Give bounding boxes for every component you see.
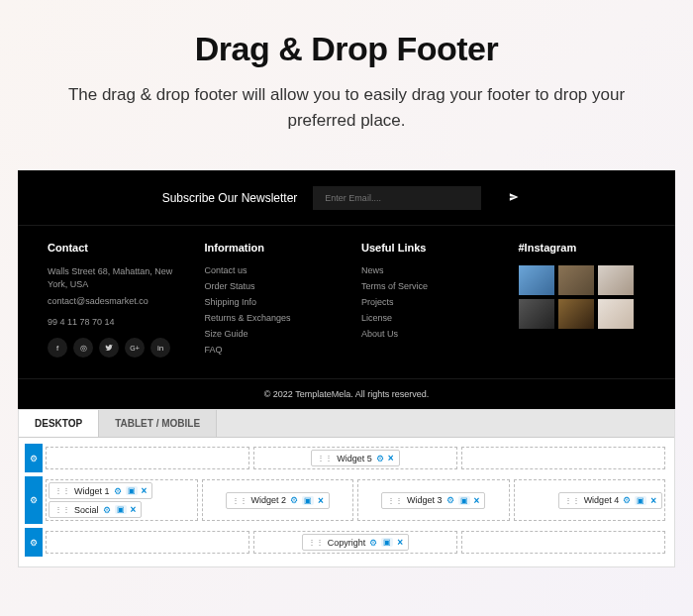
link-returns[interactable]: Returns & Exchanges xyxy=(205,313,333,323)
facebook-icon[interactable]: f xyxy=(48,338,67,358)
row-settings-button[interactable]: ⚙ xyxy=(25,528,43,557)
builder-row: ⚙ ⋮⋮ Copyright ⚙ ▣ × xyxy=(25,528,668,557)
drop-slot[interactable]: ⋮⋮ Widget 4 ⚙ ▣ × xyxy=(514,479,666,521)
link-size-guide[interactable]: Size Guide xyxy=(205,329,333,339)
drop-slot[interactable] xyxy=(46,447,249,469)
information-heading: Information xyxy=(205,242,333,254)
close-icon[interactable]: × xyxy=(131,504,137,515)
link-terms[interactable]: Terms of Service xyxy=(361,281,489,291)
contact-email: contact@sadesmarket.co xyxy=(48,295,175,308)
close-icon[interactable]: × xyxy=(474,495,480,506)
widget-label: Widget 3 xyxy=(407,495,443,505)
useful-heading: Useful Links xyxy=(361,242,489,254)
widget-block[interactable]: ⋮⋮ Widget 4 ⚙ ▣ × xyxy=(558,492,662,509)
duplicate-icon[interactable]: ▣ xyxy=(458,496,470,505)
drop-slot[interactable]: ⋮⋮ Widget 1 ⚙ ▣ × ⋮⋮ Social ⚙ ▣ × xyxy=(46,479,198,521)
duplicate-icon[interactable]: ▣ xyxy=(126,486,138,495)
instagram-thumb[interactable] xyxy=(519,265,554,295)
page-title: Drag & Drop Footer xyxy=(40,30,653,68)
drop-slot[interactable]: ⋮⋮ Widget 3 ⚙ ▣ × xyxy=(357,479,510,521)
close-icon[interactable]: × xyxy=(318,495,324,506)
builder-row: ⚙ ⋮⋮ Widget 5 ⚙ × xyxy=(25,444,668,472)
link-faq[interactable]: FAQ xyxy=(205,345,333,355)
footer-col-information: Information Contact us Order Status Ship… xyxy=(205,242,333,360)
drop-slot[interactable] xyxy=(461,531,665,554)
instagram-thumb[interactable] xyxy=(558,299,594,329)
close-icon[interactable]: × xyxy=(142,485,148,496)
drag-handle-icon: ⋮⋮ xyxy=(54,486,70,495)
widget-label: Copyright xyxy=(328,538,366,548)
instagram-thumb[interactable] xyxy=(558,265,594,295)
page-subtitle: The drag & drop footer will allow you to… xyxy=(40,82,653,133)
newsletter-bar: Subscribe Our Newsletter xyxy=(18,170,675,226)
google-plus-icon[interactable]: G+ xyxy=(125,338,145,358)
row-settings-button[interactable]: ⚙ xyxy=(25,476,43,524)
widget-block[interactable]: ⋮⋮ Widget 2 ⚙ ▣ × xyxy=(226,492,330,509)
gear-icon[interactable]: ⚙ xyxy=(623,495,631,505)
drag-handle-icon: ⋮⋮ xyxy=(564,496,580,505)
widget-block[interactable]: ⋮⋮ Copyright ⚙ ▣ × xyxy=(302,534,409,551)
gear-icon[interactable]: ⚙ xyxy=(114,486,122,496)
instagram-thumb[interactable] xyxy=(598,299,634,329)
duplicate-icon[interactable]: ▣ xyxy=(635,496,646,505)
duplicate-icon[interactable]: ▣ xyxy=(381,538,393,547)
drag-handle-icon: ⋮⋮ xyxy=(308,538,324,547)
drop-slot[interactable] xyxy=(46,531,249,554)
gear-icon[interactable]: ⚙ xyxy=(290,495,298,505)
close-icon[interactable]: × xyxy=(397,537,403,548)
tab-desktop[interactable]: DESKTOP xyxy=(19,410,99,437)
row-settings-button[interactable]: ⚙ xyxy=(25,444,43,472)
instagram-icon[interactable]: ◎ xyxy=(73,338,93,358)
tab-tablet-mobile[interactable]: TABLET / MOBILE xyxy=(99,410,217,437)
footer-col-useful: Useful Links News Terms of Service Proje… xyxy=(361,242,489,360)
drag-handle-icon: ⋮⋮ xyxy=(387,496,403,505)
gear-icon: ⚙ xyxy=(30,495,38,505)
contact-phone: 99 4 11 78 70 14 xyxy=(48,316,175,329)
widget-block[interactable]: ⋮⋮ Social ⚙ ▣ × xyxy=(49,501,142,518)
widget-label: Social xyxy=(74,505,99,515)
link-projects[interactable]: Projects xyxy=(361,297,489,307)
drop-slot[interactable]: ⋮⋮ Widget 2 ⚙ ▣ × xyxy=(202,479,354,521)
drop-slot[interactable]: ⋮⋮ Widget 5 ⚙ × xyxy=(253,447,457,469)
gear-icon: ⚙ xyxy=(30,454,38,463)
widget-label: Widget 4 xyxy=(584,495,620,505)
contact-heading: Contact xyxy=(48,242,175,254)
newsletter-label: Subscribe Our Newsletter xyxy=(162,191,298,205)
close-icon[interactable]: × xyxy=(650,495,656,506)
gear-icon[interactable]: ⚙ xyxy=(369,538,377,548)
newsletter-submit-button[interactable] xyxy=(497,184,531,211)
gear-icon[interactable]: ⚙ xyxy=(103,505,111,515)
instagram-heading: #Instagram xyxy=(519,242,646,254)
instagram-thumb[interactable] xyxy=(598,265,634,295)
widget-block[interactable]: ⋮⋮ Widget 3 ⚙ ▣ × xyxy=(381,492,485,509)
footer-preview: Subscribe Our Newsletter Contact Walls S… xyxy=(18,170,675,409)
instagram-thumb[interactable] xyxy=(519,299,554,329)
gear-icon: ⚙ xyxy=(30,538,38,548)
link-license[interactable]: License xyxy=(361,313,489,323)
link-order-status[interactable]: Order Status xyxy=(205,281,333,291)
widget-block[interactable]: ⋮⋮ Widget 1 ⚙ ▣ × xyxy=(49,482,152,499)
link-shipping-info[interactable]: Shipping Info xyxy=(205,297,333,307)
duplicate-icon[interactable]: ▣ xyxy=(302,496,314,505)
gear-icon[interactable]: ⚙ xyxy=(446,495,454,505)
link-about[interactable]: About Us xyxy=(361,329,489,339)
widget-block[interactable]: ⋮⋮ Widget 5 ⚙ × xyxy=(311,450,399,466)
drag-handle-icon: ⋮⋮ xyxy=(54,505,70,514)
copyright-text: © 2022 TemplateMela. All rights reserved… xyxy=(18,378,675,409)
contact-address: Walls Street 68, Mahattan, New York, USA xyxy=(48,265,175,290)
footer-col-instagram: #Instagram xyxy=(519,242,646,360)
link-news[interactable]: News xyxy=(361,265,489,275)
duplicate-icon[interactable]: ▣ xyxy=(115,505,127,514)
widget-label: Widget 5 xyxy=(337,454,372,463)
send-icon xyxy=(509,190,519,205)
newsletter-email-input[interactable] xyxy=(313,186,481,210)
link-contact-us[interactable]: Contact us xyxy=(205,265,333,275)
gear-icon[interactable]: ⚙ xyxy=(376,454,384,463)
drop-slot[interactable] xyxy=(461,447,665,469)
close-icon[interactable]: × xyxy=(388,453,394,463)
widget-label: Widget 2 xyxy=(251,495,287,505)
drop-slot[interactable]: ⋮⋮ Copyright ⚙ ▣ × xyxy=(253,531,457,554)
drag-handle-icon: ⋮⋮ xyxy=(317,454,333,462)
twitter-icon[interactable] xyxy=(99,338,119,358)
linkedin-icon[interactable]: in xyxy=(150,338,170,358)
